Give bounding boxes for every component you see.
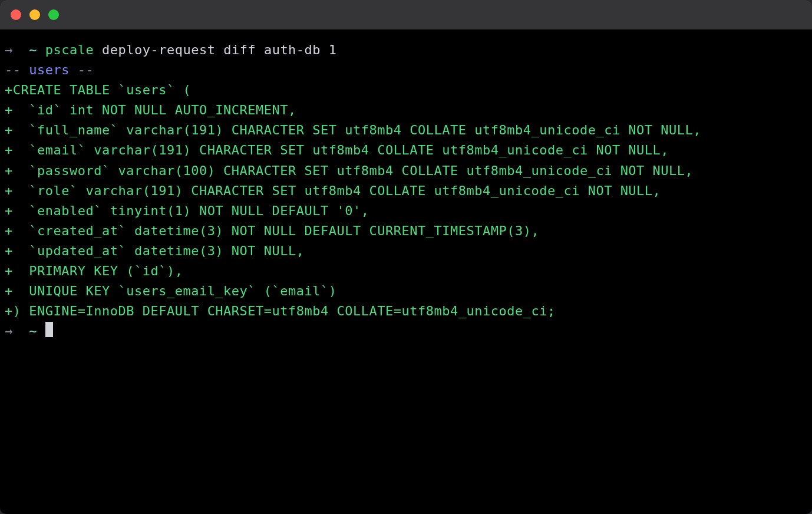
maximize-icon[interactable] [48,9,59,20]
diff-line: +) ENGINE=InnoDB DEFAULT CHARSET=utf8mb4… [5,301,807,321]
terminal-window: → ~ pscale deploy-request diff auth-db 1… [0,0,812,514]
header-dashes-suffix: -- [70,62,94,77]
diff-line: + PRIMARY KEY (`id`), [5,261,807,281]
diff-header: -- users -- [5,60,807,80]
header-dashes-prefix: -- [5,62,29,77]
prompt-arrow: → [5,324,13,338]
prompt-line: → ~ pscale deploy-request diff auth-db 1 [5,40,807,60]
command-args: deploy-request diff auth-db 1 [102,42,337,57]
diff-line: + `enabled` tinyint(1) NOT NULL DEFAULT … [5,201,807,221]
terminal-body[interactable]: → ~ pscale deploy-request diff auth-db 1… [0,29,812,514]
header-label: users [29,62,70,77]
prompt-line-2: → ~ [5,321,807,341]
diff-line: + `updated_at` datetime(3) NOT NULL, [5,241,807,261]
diff-line: + `id` int NOT NULL AUTO_INCREMENT, [5,100,807,120]
prompt-arrow: → [5,42,13,57]
diff-line: + `created_at` datetime(3) NOT NULL DEFA… [5,221,807,241]
diff-line: + `password` varchar(100) CHARACTER SET … [5,161,807,181]
minimize-icon[interactable] [29,9,40,20]
diff-line: + `role` varchar(191) CHARACTER SET utf8… [5,181,807,201]
diff-line: + `full_name` varchar(191) CHARACTER SET… [5,120,807,140]
diff-line: + UNIQUE KEY `users_email_key` (`email`) [5,281,807,301]
diff-line: +CREATE TABLE `users` ( [5,80,807,100]
command-name: pscale [45,42,94,57]
cursor [45,322,53,337]
diff-line: + `email` varchar(191) CHARACTER SET utf… [5,140,807,160]
prompt-tilde: ~ [29,324,37,338]
title-bar [0,0,812,29]
prompt-tilde: ~ [29,42,37,57]
close-icon[interactable] [11,9,21,20]
